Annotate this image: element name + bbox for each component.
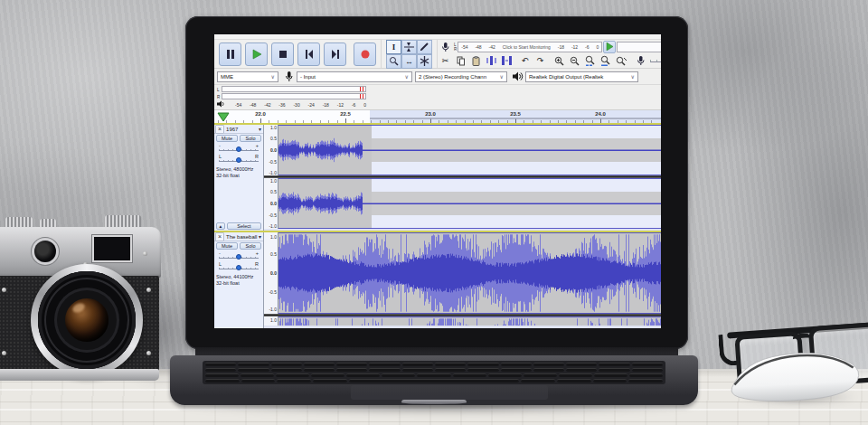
recording-device-select[interactable]: - Input ∨ <box>297 71 412 82</box>
timeline-minor-tick <box>371 120 372 123</box>
pause-button[interactable] <box>219 42 241 66</box>
track-menu-arrow[interactable]: ▾ <box>259 126 262 132</box>
multi-tool-button[interactable] <box>417 54 432 69</box>
recording-channels-select[interactable]: 2 (Stereo) Recording Chann ∨ <box>415 71 507 82</box>
copy-icon <box>457 56 466 66</box>
keyboard-key <box>501 368 532 372</box>
skip-to-start-button[interactable] <box>297 42 320 66</box>
meter-scale-label: -30 <box>293 102 299 108</box>
recording-volume-slider[interactable] <box>650 56 661 65</box>
trim-audio-button[interactable] <box>485 54 498 67</box>
collapse-button[interactable]: ▴ <box>216 222 225 230</box>
pan-slider[interactable]: L R <box>218 154 259 165</box>
timeline-minor-tick <box>541 120 542 123</box>
vertical-ruler[interactable]: 1.0 <box>264 316 278 326</box>
timeline-minor-tick <box>583 120 584 123</box>
mute-button[interactable]: Mute <box>216 242 238 250</box>
track-menu-arrow[interactable]: ▾ <box>259 233 262 240</box>
draw-tool-button[interactable] <box>417 40 432 54</box>
undo-button[interactable]: ↶ <box>518 54 532 67</box>
zoom-to-selection-button[interactable] <box>583 54 597 67</box>
zoom-in-icon <box>554 56 564 66</box>
skip-to-end-button[interactable] <box>324 42 346 66</box>
track-1-channel-right[interactable]: 1.00.50.0-0.5-1.0 <box>264 178 661 229</box>
timeline-minor-tick <box>448 120 448 123</box>
timeline-minor-tick <box>626 120 627 123</box>
copy-button[interactable] <box>454 54 467 67</box>
record-button[interactable] <box>354 42 376 66</box>
record-meter-mic-icon[interactable] <box>439 41 452 53</box>
zoom-tool-button[interactable] <box>386 54 401 69</box>
pan-left-label: L <box>219 154 222 159</box>
time-shift-tool-button[interactable]: ↔ <box>401 54 417 69</box>
keyboard-key <box>632 368 663 372</box>
zoom-in-button[interactable] <box>552 54 566 67</box>
amplitude-label: -0.5 <box>269 159 277 165</box>
keyboard-key <box>453 373 486 377</box>
audio-host-select[interactable]: MME ∨ <box>217 71 278 82</box>
playback-device-select[interactable]: Realtek Digital Output (Realtek ∨ <box>525 71 638 82</box>
waveform-area[interactable] <box>278 178 661 229</box>
track-2-channel-left[interactable]: 1.00.50.0-0.5-1.0 <box>264 232 661 314</box>
monitor-text[interactable]: Click to Start Monitoring <box>503 44 551 50</box>
select-button[interactable]: Select <box>227 222 261 230</box>
track-1-control-panel: × 1967 ▾ Mute Solo - + L <box>214 125 264 231</box>
zoom-out-icon <box>570 56 580 66</box>
timeline-minor-tick <box>278 120 278 123</box>
meter-scale-label: -6 <box>352 102 355 108</box>
gain-min-label: - <box>219 250 221 256</box>
timeline-minor-tick <box>345 120 346 123</box>
stop-button[interactable] <box>271 42 294 66</box>
timeline-minor-tick <box>651 120 652 123</box>
waveform-area[interactable] <box>278 125 661 175</box>
track-close-button[interactable]: × <box>215 125 224 134</box>
keyboard-key <box>313 379 347 382</box>
pan-slider[interactable]: L R <box>218 261 259 272</box>
redo-icon: ↷ <box>537 56 544 65</box>
scrub-bar <box>370 118 661 119</box>
meter-scale-label: -12 <box>337 102 344 108</box>
redo-button[interactable]: ↷ <box>533 54 547 67</box>
vertical-ruler[interactable]: 1.00.50.0-0.5-1.0 <box>264 178 278 229</box>
track-close-button[interactable]: × <box>215 232 224 241</box>
vertical-ruler[interactable]: 1.00.50.0-0.5-1.0 <box>264 125 278 175</box>
meter-scale-label: -18 <box>323 102 329 108</box>
recording-channels-value: 2 (Stereo) Recording Chann <box>419 74 486 80</box>
timeline-ruler[interactable]: 22.022.523.023.524.0 <box>214 110 661 125</box>
mute-button[interactable]: Mute <box>216 135 238 142</box>
keyboard-key <box>205 363 236 366</box>
paste-button[interactable] <box>469 54 483 67</box>
envelope-tool-button[interactable] <box>401 40 417 54</box>
waveform-area[interactable] <box>278 316 661 326</box>
gain-slider[interactable]: - + <box>218 143 259 154</box>
zoom-out-button[interactable] <box>568 54 581 67</box>
keyboard-key <box>629 373 663 377</box>
solo-button[interactable]: Solo <box>240 242 261 250</box>
timeline-pin-icon[interactable] <box>217 112 230 122</box>
silence-audio-button[interactable] <box>500 54 514 67</box>
timeline-minor-tick <box>550 120 551 123</box>
timeline-tick-label: 23.0 <box>425 111 436 117</box>
zoom-toggle-button[interactable] <box>614 54 627 67</box>
record-meter[interactable]: -54 -48 -42 Click to Start Monitoring -1… <box>458 42 602 52</box>
waveform-area[interactable] <box>278 232 661 314</box>
playback-meter-play-icon[interactable] <box>603 41 616 53</box>
keyboard-key <box>594 373 627 377</box>
track-title[interactable]: The baseball <box>224 234 259 240</box>
track-1-channel-left[interactable]: 1.00.50.0-0.5-1.0 <box>264 125 661 175</box>
keyboard-key <box>276 373 309 377</box>
vertical-ruler[interactable]: 1.00.50.0-0.5-1.0 <box>264 232 278 314</box>
selection-tool-button[interactable]: I <box>386 40 401 54</box>
track-title[interactable]: 1967 <box>224 127 259 132</box>
amplitude-label: -1.0 <box>269 170 277 175</box>
play-button[interactable] <box>245 42 268 66</box>
solo-button[interactable]: Solo <box>240 135 261 142</box>
cut-button[interactable]: ✂ <box>439 54 452 67</box>
gain-slider[interactable]: - + <box>218 250 259 261</box>
track-2-channel-right-partial[interactable]: 1.0 <box>264 316 661 326</box>
timeline-minor-tick <box>235 120 236 123</box>
playback-meter[interactable]: L R -54-48-42-36-30-24-18-12-60 <box>217 86 366 109</box>
amplitude-label: 0.5 <box>270 136 277 141</box>
fit-project-button[interactable] <box>599 54 612 67</box>
amplitude-label: -1.0 <box>269 307 277 312</box>
